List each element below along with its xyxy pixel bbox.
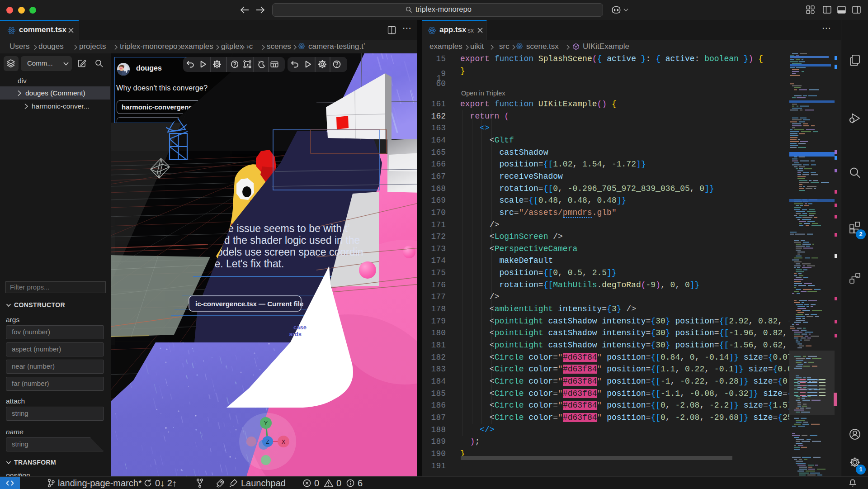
svg-text:nd the shader logic used in th: nd the shader logic used in the [218,234,360,246]
svg-text:ic-convergence.tsx — Current f: ic-convergence.tsx — Current file [195,300,303,308]
svg-text:ce. Let's fix that.: ce. Let's fix that. [209,258,284,270]
svg-text:ards: ards [289,331,302,337]
svg-text:case: case [293,324,307,331]
svg-text:Z: Z [266,439,269,445]
svg-text:odels use screen space coordin: odels use screen space coordin [217,246,363,258]
svg-text:Y: Y [264,420,268,427]
svg-text:X: X [282,439,285,445]
